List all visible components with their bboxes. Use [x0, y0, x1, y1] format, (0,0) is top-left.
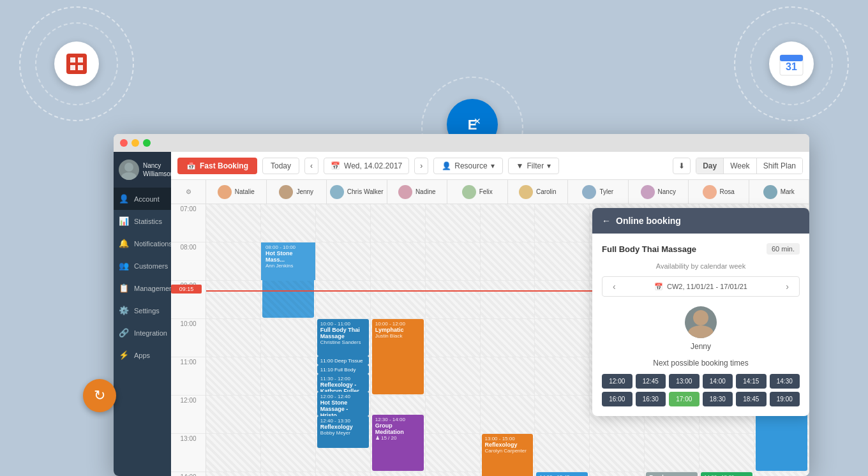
- resource-name: Natalie: [235, 188, 255, 195]
- event-reflexology-meyer[interactable]: 12:40 - 13:30 Reflexology Bobby Meyer: [317, 416, 369, 448]
- content-area: 📅 Fast Booking Today ‹ 📅 Wed, 14.02.2017…: [171, 152, 809, 476]
- time-slot-1430[interactable]: 14:30: [770, 374, 800, 389]
- sidebar-item-management[interactable]: 📋 Management: [114, 277, 171, 299]
- sidebar-item-settings[interactable]: ⚙️ Settings: [114, 299, 171, 322]
- person-icon: 👤: [442, 161, 451, 170]
- download-button[interactable]: ⬇: [673, 158, 691, 174]
- resource-carolin: Carolin: [508, 180, 569, 204]
- filter-button[interactable]: ▼ Filter ▾: [508, 158, 560, 174]
- fast-booking-button[interactable]: 📅 Fast Booking: [177, 158, 257, 174]
- apps-icon: ⚡: [119, 350, 129, 360]
- event-break[interactable]: Break: [646, 472, 698, 476]
- svg-text:31: 31: [786, 61, 797, 72]
- sidebar-item-customers[interactable]: 👥 Customers: [114, 255, 171, 277]
- event-reflexology-carolin[interactable]: 13:00 - 15:00 Reflexology Carolyn Carpen…: [482, 434, 534, 476]
- time-slot-1700[interactable]: 17:00: [669, 392, 700, 406]
- resource-col-felix: [426, 204, 481, 476]
- user-profile[interactable]: Nancy Williamson ‹: [114, 152, 171, 188]
- event-deep-tissue[interactable]: 11:00 Deep Tissue Massage - Karen Jimene…: [317, 356, 369, 365]
- time-slot-1200[interactable]: 12:00: [602, 374, 632, 389]
- next-times-label: Next possible booking times: [602, 359, 800, 368]
- avatar: [279, 185, 293, 199]
- prev-week-button[interactable]: ‹: [609, 280, 620, 293]
- week-navigator: ‹ 📅 CW2, 11/01/21 - 17/01/21 ›: [602, 276, 800, 297]
- time-slots-grid: 12:00 12:45 13:00 14:00 14:15 14:30 16:0…: [602, 374, 800, 406]
- time-slot-1630[interactable]: 16:30: [636, 392, 666, 406]
- sidebar-item-apps[interactable]: ⚡ Apps: [114, 344, 171, 366]
- event-full-body2[interactable]: 11:10 Full Body Thai Massage - Bruce Gar…: [317, 365, 369, 374]
- provider-section: Jenny: [602, 306, 800, 351]
- sidebar-item-integration[interactable]: 🔗 Integration: [114, 322, 171, 344]
- sidebar-item-statistics[interactable]: 📊 Statistics: [114, 210, 171, 232]
- current-time-label: 09:15: [171, 285, 202, 294]
- refresh-button[interactable]: ↻: [83, 379, 116, 412]
- week-view-button[interactable]: Week: [724, 158, 756, 174]
- resource-name: Tyler: [599, 188, 613, 195]
- provider-name: Jenny: [691, 342, 711, 351]
- provider-avatar: [685, 306, 717, 338]
- service-row: Full Body Thai Massage 60 min.: [602, 243, 800, 255]
- event-hot-stone2[interactable]: 12:00 - 12:40 Hot Stone Massage - Hristo…: [317, 392, 369, 416]
- sidebar-item-notifications[interactable]: 🔔 Notifications 2: [114, 232, 171, 255]
- sidebar-item-label: Notifications: [134, 240, 171, 248]
- avatar: [763, 185, 777, 199]
- title-bar: [114, 134, 809, 152]
- svg-rect-2: [78, 57, 83, 63]
- time-label-08: 08:00: [171, 242, 206, 281]
- today-button[interactable]: Today: [262, 158, 299, 174]
- resource-felix: Felix: [447, 180, 508, 204]
- prev-date-button[interactable]: ‹: [304, 158, 318, 174]
- resource-name: Chris Walker: [347, 188, 384, 195]
- back-arrow-icon[interactable]: ←: [602, 216, 611, 226]
- time-slot-1830[interactable]: 18:30: [703, 392, 733, 406]
- management-icon: 📋: [119, 283, 129, 293]
- sidebar-item-account[interactable]: 👤 Account: [114, 188, 171, 210]
- avatar: [703, 185, 717, 199]
- svg-point-11: [124, 163, 133, 172]
- resource-col-carolin: 13:00 - 15:00 Reflexology Carolyn Carpen…: [481, 204, 535, 476]
- event-lymphatic[interactable]: 10:00 - 12:00 Lymphatic Justin Black: [372, 319, 424, 394]
- event-full-body[interactable]: 10:00 - 11:00 Full Body Thai Massage Chr…: [317, 319, 369, 356]
- resource-col-jenny: 08:00 - 10:00 Hot Stone Mass... Ann Jenk…: [261, 204, 316, 476]
- resource-col-natalie: [206, 204, 261, 476]
- sidebar-item-label: Management: [134, 285, 171, 292]
- resource-nadine: Nadine: [387, 180, 448, 204]
- maximize-dot[interactable]: [143, 139, 151, 147]
- resource-header: ⚙ Natalie Jenny Chris Walk: [171, 180, 809, 204]
- next-date-button[interactable]: ›: [414, 158, 428, 174]
- resource-col-nadine: 10:00 - 12:00 Lymphatic Justin Black 12:…: [371, 204, 426, 476]
- time-slot-1600[interactable]: 16:00: [602, 392, 632, 406]
- account-icon: 👤: [119, 194, 129, 204]
- svg-text:✕: ✕: [474, 116, 481, 126]
- event-yoga[interactable]: 14:00 - 15:00 Yoga for advan...: [701, 472, 752, 476]
- minimize-dot[interactable]: [131, 139, 139, 147]
- sidebar-item-label: Settings: [134, 307, 160, 315]
- sidebar-item-label: Customers: [134, 262, 168, 270]
- time-slot-1300[interactable]: 13:00: [669, 374, 700, 389]
- close-dot[interactable]: [120, 139, 128, 147]
- time-slot-1245[interactable]: 12:45: [636, 374, 666, 389]
- time-label-12: 12:00: [171, 396, 206, 434]
- avatar: [462, 185, 476, 199]
- availability-label: Availability by calendar week: [602, 262, 800, 270]
- resource-name: Nadine: [415, 188, 436, 195]
- time-slot-1400[interactable]: 14:00: [703, 374, 733, 389]
- event-group-meditation[interactable]: 12:30 - 14:00 Group Meditation ♟ 15 / 20: [372, 415, 424, 471]
- time-slot-1900[interactable]: 19:00: [770, 392, 800, 406]
- booking-panel-header: ← Online booking: [592, 208, 809, 234]
- time-label-07: 07:00: [171, 204, 206, 242]
- sidebar-item-label: Statistics: [134, 218, 162, 225]
- time-slot-1845[interactable]: 18:45: [736, 392, 767, 406]
- app-window: Nancy Williamson ‹ 👤 Account 📊 Statistic…: [114, 134, 809, 476]
- day-view-button[interactable]: Day: [696, 158, 724, 174]
- bg-deco-office-icon: [54, 41, 99, 86]
- event-reflexology-fuller[interactable]: 11:30 - 12:00 Reflexology - Kathryn Full…: [317, 374, 369, 392]
- resource-filter-button[interactable]: 👤 Resource ▾: [433, 158, 502, 174]
- shift-plan-button[interactable]: Shift Plan: [757, 158, 802, 174]
- time-slot-1415[interactable]: 14:15: [736, 374, 767, 389]
- resource-name: Rosa: [720, 188, 735, 195]
- event-jenny-reflexology[interactable]: 14:00 - 15:45 Reflexology: [536, 472, 588, 476]
- next-week-button[interactable]: ›: [782, 280, 793, 293]
- resource-chris: Chris Walker: [327, 180, 387, 204]
- time-label-11: 11:00: [171, 357, 206, 396]
